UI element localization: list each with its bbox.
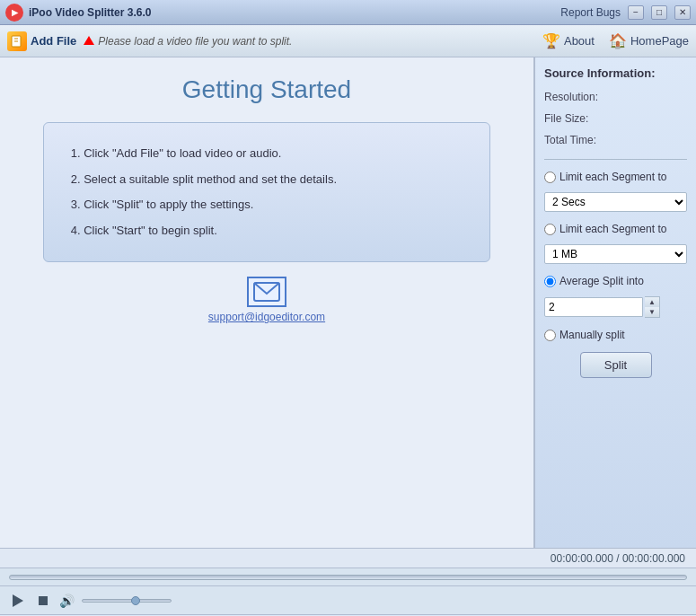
about-label: About xyxy=(564,34,595,48)
filesize-label: File Size: xyxy=(544,112,687,125)
instruction-1: 1. Click "Add File" to load video or aud… xyxy=(71,141,463,167)
time-bar: 00:00:00.000 / 00:00:00.000 xyxy=(0,548,696,568)
maximize-button[interactable]: □ xyxy=(651,5,667,20)
manual-split-radio-item: Manually split xyxy=(544,329,687,341)
getting-started-area: Getting Started 1. Click "Add File" to l… xyxy=(0,57,533,548)
stop-button[interactable] xyxy=(34,592,52,610)
playback-bar: 🔊 xyxy=(0,585,696,614)
app-title: iPoo Video Splitter 3.6.0 xyxy=(29,6,151,19)
title-bar-left: ▶ iPoo Video Splitter 3.6.0 xyxy=(5,4,151,22)
main-content: Getting Started 1. Click "Add File" to l… xyxy=(0,57,696,548)
toolbar-left: Add File Please load a video file you wa… xyxy=(7,31,292,51)
toolbar: Add File Please load a video file you wa… xyxy=(0,25,696,57)
limit-size-select[interactable]: 1 MB 2 MB 5 MB 10 MB xyxy=(544,244,687,264)
spinbox-up-button[interactable]: ▲ xyxy=(645,297,659,307)
volume-track[interactable] xyxy=(82,599,172,603)
limit-time-select-row: 2 Secs 5 Secs 10 Secs 30 Secs 1 Min xyxy=(544,192,687,212)
play-icon xyxy=(13,594,23,607)
getting-started-title: Getting Started xyxy=(182,75,351,104)
average-split-radio-item: Average Split into xyxy=(544,275,687,287)
close-button[interactable]: ✕ xyxy=(674,5,691,20)
arrow-up-icon xyxy=(84,36,94,45)
instruction-3: 3. Click "Split" to apply the settings. xyxy=(71,192,463,218)
add-file-label: Add File xyxy=(31,34,76,48)
email-icon xyxy=(247,277,286,307)
title-bar-controls: Report Bugs − □ ✕ xyxy=(560,5,691,20)
instructions-box: 1. Click "Add File" to load video or aud… xyxy=(43,122,491,262)
email-link[interactable]: support@idgoeditor.com xyxy=(208,311,325,323)
toolbar-hint: Please load a video file you want to spl… xyxy=(98,35,292,48)
limit-time-select[interactable]: 2 Secs 5 Secs 10 Secs 30 Secs 1 Min xyxy=(544,192,687,212)
limit-size-radio-item: Limit each Segment to xyxy=(544,223,687,235)
title-bar: ▶ iPoo Video Splitter 3.6.0 Report Bugs … xyxy=(0,0,696,25)
limit-time-radio[interactable] xyxy=(544,172,556,183)
stop-icon xyxy=(39,596,48,605)
right-panel: Source Information: Resolution: File Siz… xyxy=(534,57,696,548)
limit-time-label: Limit each Segment to xyxy=(559,171,666,183)
add-file-icon xyxy=(7,31,27,51)
totaltime-label: Total Time: xyxy=(544,134,687,146)
about-icon: 🏆 xyxy=(542,32,560,49)
report-bugs-label: Report Bugs xyxy=(560,6,621,19)
split-button[interactable]: Split xyxy=(580,352,652,378)
manual-split-label: Manually split xyxy=(559,329,625,341)
average-split-label: Average Split into xyxy=(559,275,644,287)
seek-bar-area xyxy=(0,568,696,585)
time-display: 00:00:00.000 / 00:00:00.000 xyxy=(551,552,685,565)
source-info-title: Source Information: xyxy=(544,66,687,80)
spinbox-buttons: ▲ ▼ xyxy=(645,296,660,318)
app-icon: ▶ xyxy=(5,4,23,22)
minimize-button[interactable]: − xyxy=(628,5,644,20)
volume-thumb[interactable] xyxy=(131,596,140,605)
limit-size-radio[interactable] xyxy=(544,224,556,235)
volume-icon: 🔊 xyxy=(59,594,75,608)
instruction-2: 2. Select a suitable split method and se… xyxy=(71,167,463,193)
toolbar-right: 🏆 About 🏠 HomePage xyxy=(542,32,689,49)
limit-size-select-row: 1 MB 2 MB 5 MB 10 MB xyxy=(544,244,687,264)
homepage-button[interactable]: 🏠 HomePage xyxy=(609,32,689,49)
manual-split-radio[interactable] xyxy=(544,330,556,341)
play-button[interactable] xyxy=(9,592,27,610)
instruction-4: 4. Click "Start" to begin split. xyxy=(71,218,463,244)
add-file-button[interactable]: Add File xyxy=(7,31,76,51)
average-split-spinbox-row: ▲ ▼ xyxy=(544,296,687,318)
spinbox-down-button[interactable]: ▼ xyxy=(645,307,659,317)
limit-size-label: Limit each Segment to xyxy=(559,223,666,235)
seek-track[interactable] xyxy=(9,575,687,580)
homepage-label: HomePage xyxy=(630,34,689,48)
average-split-input[interactable] xyxy=(544,297,643,317)
limit-time-radio-item: Limit each Segment to xyxy=(544,171,687,183)
left-panel: Getting Started 1. Click "Add File" to l… xyxy=(0,57,534,548)
home-icon: 🏠 xyxy=(609,32,627,49)
email-section: support@idgoeditor.com xyxy=(208,277,325,323)
average-split-radio[interactable] xyxy=(544,276,556,287)
resolution-label: Resolution: xyxy=(544,91,687,103)
about-button[interactable]: 🏆 About xyxy=(542,32,595,49)
